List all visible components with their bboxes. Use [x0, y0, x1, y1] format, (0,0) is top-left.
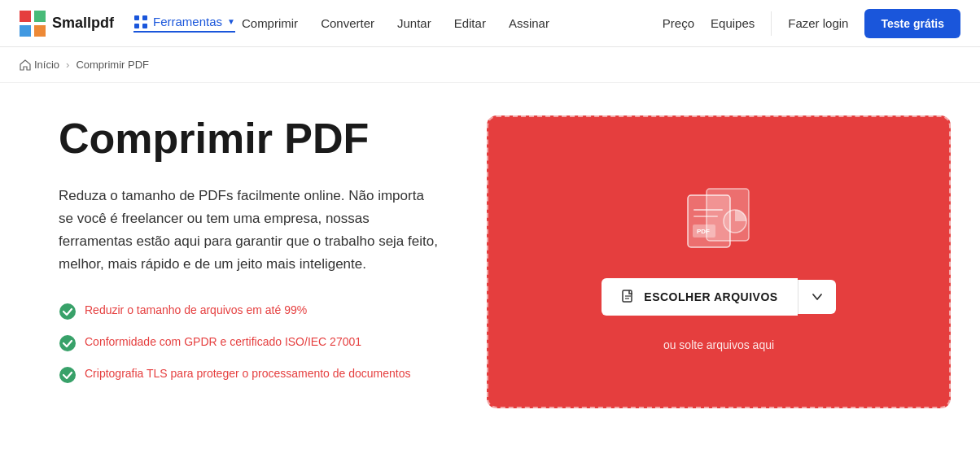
chevron-down-icon [812, 291, 823, 303]
svg-rect-0 [20, 11, 31, 22]
ferramentas-menu[interactable]: Ferramentas ▼ [133, 15, 235, 33]
svg-rect-3 [34, 25, 46, 37]
navbar: Smallpdf Ferramentas ▼ Comprimir Convert… [0, 0, 980, 47]
page-title: Comprimir PDF [59, 116, 438, 162]
nav-assinar[interactable]: Assinar [509, 16, 549, 30]
svg-point-10 [59, 367, 76, 383]
svg-point-8 [59, 303, 76, 320]
svg-rect-1 [34, 11, 46, 22]
svg-rect-6 [134, 24, 139, 28]
feature-text: Conformidade com GPDR e certificado ISO/… [85, 333, 361, 351]
choose-files-label: ESCOLHER ARQUIVOS [644, 290, 777, 303]
home-icon [20, 59, 31, 71]
nav-juntar[interactable]: Juntar [397, 16, 431, 30]
features-list: Reduzir o tamanho de arquivos em até 99%… [59, 302, 438, 384]
feature-item: Conformidade com GPDR e certificado ISO/… [59, 333, 438, 352]
svg-text:PDF: PDF [697, 228, 710, 235]
file-icon [621, 290, 636, 304]
feature-link[interactable]: Conformidade com GPDR e certificado ISO/… [85, 335, 361, 348]
logo-text: Smallpdf [52, 15, 114, 32]
nav-preco[interactable]: Preço [663, 16, 694, 30]
feature-text: Reduzir o tamanho de arquivos em até 99% [85, 302, 307, 319]
breadcrumb-home[interactable]: Início [20, 59, 59, 71]
nav-converter[interactable]: Converter [321, 16, 374, 30]
ferramentas-label: Ferramentas [153, 15, 222, 28]
breadcrumb-home-label: Início [34, 59, 59, 71]
feature-item: Criptografia TLS para proteger o process… [59, 365, 438, 384]
logo[interactable]: Smallpdf [20, 11, 114, 37]
feature-link[interactable]: Reduzir o tamanho de arquivos em até 99% [85, 303, 307, 316]
feature-text: Criptografia TLS para proteger o process… [85, 365, 411, 382]
svg-point-9 [59, 335, 76, 351]
upload-area: PDF ESCOLHER ARQUIVO [487, 116, 951, 408]
upload-illustration: PDF [670, 182, 768, 255]
feature-item: Reduzir o tamanho de arquivos em até 99% [59, 302, 438, 320]
nav-login[interactable]: Fazer login [788, 16, 848, 30]
upload-hint: ou solte arquivos aqui [663, 338, 774, 351]
feature-link[interactable]: Criptografia TLS para proteger o process… [85, 367, 411, 380]
check-icon [59, 303, 77, 320]
nav-editar[interactable]: Editar [454, 16, 486, 30]
hero-description: Reduza o tamanho de PDFs facilmente onli… [59, 185, 438, 276]
breadcrumb: Início › Comprimir PDF [0, 47, 980, 83]
breadcrumb-separator: › [66, 59, 69, 71]
nav-comprimir[interactable]: Comprimir [242, 16, 298, 30]
check-icon [59, 366, 77, 384]
check-icon [59, 334, 77, 352]
svg-rect-4 [134, 15, 139, 20]
chevron-down-icon: ▼ [227, 17, 235, 26]
nav-equipes[interactable]: Equipes [711, 16, 755, 30]
breadcrumb-current: Comprimir PDF [76, 59, 149, 71]
nav-cta-button[interactable]: Teste grátis [864, 9, 960, 38]
svg-rect-7 [142, 24, 147, 28]
grid-icon [133, 15, 148, 29]
choose-files-button[interactable]: ESCOLHER ARQUIVOS [602, 278, 797, 316]
upload-button-row: ESCOLHER ARQUIVOS [602, 278, 835, 316]
upload-card[interactable]: PDF ESCOLHER ARQUIVO [487, 116, 951, 408]
hero-left: Comprimir PDF Reduza o tamanho de PDFs f… [59, 116, 438, 384]
upload-dropdown-button[interactable] [798, 280, 836, 314]
main-content: Comprimir PDF Reduza o tamanho de PDFs f… [10, 83, 970, 441]
nav-links: Comprimir Converter Juntar Editar Assina… [242, 16, 549, 30]
nav-right: Preço Equipes Fazer login Teste grátis [663, 9, 960, 38]
nav-separator [771, 11, 772, 36]
svg-rect-2 [20, 25, 31, 37]
svg-rect-5 [142, 15, 147, 20]
logo-icon [20, 11, 46, 37]
